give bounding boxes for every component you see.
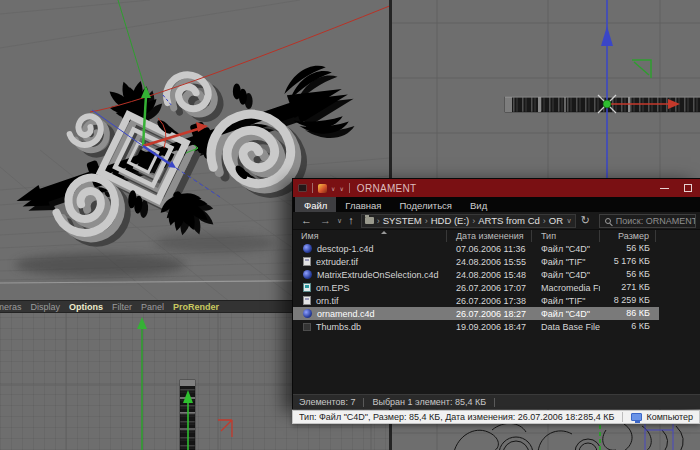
address-bar[interactable]: ›SYSTEM›HDD (E:)›ARTS from Cd›ORNAMENT ∨ bbox=[361, 214, 576, 228]
file-name-cell: orn.EPS bbox=[293, 281, 447, 294]
file-icon-tif bbox=[303, 296, 311, 305]
file-list-empty-area[interactable] bbox=[293, 333, 700, 394]
up-button[interactable]: ↑ bbox=[344, 215, 358, 226]
viewport-menu-item[interactable]: Panel bbox=[141, 302, 164, 312]
breadcrumb-item[interactable]: ARTS from Cd bbox=[478, 215, 540, 226]
maximize-button[interactable] bbox=[676, 179, 700, 197]
file-type-cell: Файл "TIF" bbox=[532, 294, 600, 307]
ribbon-tab[interactable]: Файл bbox=[295, 197, 336, 212]
viewport-menu-item[interactable]: Display bbox=[31, 302, 61, 312]
file-icon-c4d bbox=[303, 270, 312, 279]
viewport-menu-item[interactable]: Cameras bbox=[0, 302, 22, 312]
infotip-size: 85,4 КБ bbox=[583, 412, 622, 422]
file-date-cell: 07.06.2006 11:36 bbox=[447, 242, 532, 255]
back-button[interactable]: ← bbox=[297, 215, 316, 226]
breadcrumb-item[interactable]: ORNAMENT bbox=[549, 215, 563, 226]
minimize-button[interactable] bbox=[652, 179, 676, 197]
window-controls bbox=[652, 179, 700, 197]
titlebar-separator bbox=[349, 183, 350, 193]
ornament-shadow bbox=[155, 233, 275, 253]
file-size-cell: 5 176 КБ bbox=[600, 255, 656, 268]
column-header-extra bbox=[656, 230, 700, 242]
search-placeholder: Поиск: ORNAMENT bbox=[616, 216, 696, 226]
file-row[interactable]: orn.tif26.07.2006 17:38Файл "TIF"8 259 К… bbox=[293, 294, 659, 307]
customize-toolbar-caret-icon[interactable]: ∨ bbox=[339, 185, 343, 192]
file-name: ornamend.c4d bbox=[317, 309, 375, 319]
column-header-size[interactable]: Размер bbox=[600, 230, 656, 242]
window-title: ORNAMENT bbox=[357, 183, 417, 194]
file-row[interactable]: extruder.tif24.08.2006 15:55Файл "TIF"5 … bbox=[293, 255, 659, 268]
minimize-icon bbox=[660, 188, 669, 189]
quick-access-caret-icon[interactable]: ∨ bbox=[331, 185, 335, 192]
file-icon-eps bbox=[303, 283, 311, 292]
breadcrumb-item[interactable]: SYSTEM bbox=[383, 215, 422, 226]
file-date-cell: 19.09.2006 18:47 bbox=[447, 320, 532, 333]
ribbon-tab[interactable]: Вид bbox=[461, 197, 496, 212]
file-name: desctop-1.c4d bbox=[317, 244, 374, 254]
file-icon-db bbox=[303, 323, 311, 331]
infotip-location: Компьютер bbox=[646, 412, 693, 422]
file-size-cell: 56 КБ bbox=[600, 242, 656, 255]
file-name: orn.EPS bbox=[316, 283, 350, 293]
refresh-icon[interactable]: ↻ bbox=[576, 214, 595, 227]
infotip-details: Тип: Файл "C4D", Размер: 85,4 КБ, Дата и… bbox=[299, 412, 583, 422]
column-header-name[interactable]: Имя bbox=[293, 230, 447, 242]
file-size-cell: 56 КБ bbox=[600, 268, 656, 281]
items-count: Элементов: 7 bbox=[299, 397, 355, 407]
forward-button[interactable]: → bbox=[316, 215, 335, 226]
status-divider bbox=[363, 398, 364, 407]
ornament-side-view[interactable] bbox=[180, 380, 195, 450]
status-bar: Элементов: 7 Выбран 1 элемент: 85,4 КБ bbox=[293, 394, 700, 409]
breadcrumb: ›SYSTEM›HDD (E:)›ARTS from Cd›ORNAMENT bbox=[374, 215, 563, 226]
file-type-cell: Файл "C4D" bbox=[532, 307, 600, 320]
status-divider bbox=[494, 398, 495, 407]
explorer-window: ∨ ∨ ORNAMENT ФайлГлавнаяПоделитьсяВид ← … bbox=[292, 178, 700, 409]
search-icon bbox=[605, 218, 611, 224]
sort-ascending-icon bbox=[381, 231, 387, 234]
file-size-cell: 6 КБ bbox=[600, 320, 656, 333]
file-date-cell: 24.08.2006 15:48 bbox=[447, 268, 532, 281]
file-date-cell: 26.07.2006 18:27 bbox=[447, 307, 532, 320]
file-list: desctop-1.c4d07.06.2006 11:36Файл "C4D"5… bbox=[293, 242, 700, 333]
selection-summary: Выбран 1 элемент: 85,4 КБ bbox=[372, 397, 486, 407]
column-header-type[interactable]: Тип bbox=[532, 230, 600, 242]
y-axis-arrow bbox=[137, 317, 147, 450]
file-date-cell: 26.07.2006 17:07 bbox=[447, 281, 532, 294]
quick-access-icon[interactable] bbox=[318, 184, 327, 193]
file-row[interactable]: orn.EPS26.07.2006 17:07Macromedia FreeHa… bbox=[293, 281, 659, 294]
file-icon-tif bbox=[303, 257, 311, 266]
file-name-cell: orn.tif bbox=[293, 294, 447, 307]
ribbon-tab[interactable]: Главная bbox=[336, 197, 390, 212]
file-icon-c4d bbox=[303, 309, 312, 318]
file-name: orn.tif bbox=[316, 296, 339, 306]
address-dropdown-icon[interactable]: ∨ bbox=[563, 217, 572, 225]
file-size-cell: 86 КБ bbox=[600, 307, 656, 320]
file-row[interactable]: desctop-1.c4d07.06.2006 11:36Файл "C4D"5… bbox=[293, 242, 659, 255]
navigation-bar: ← → ∨ ↑ ›SYSTEM›HDD (E:)›ARTS from Cd›OR… bbox=[293, 212, 700, 230]
file-name: Thumbs.db bbox=[316, 322, 361, 332]
file-name-cell: ornamend.c4d bbox=[293, 307, 447, 320]
viewport-menu-item[interactable]: Filter bbox=[112, 302, 132, 312]
folder-icon bbox=[365, 217, 374, 224]
ribbon-tab[interactable]: Поделиться bbox=[391, 197, 461, 212]
viewport-menu-item[interactable]: ProRender bbox=[173, 302, 219, 312]
explorer-titlebar[interactable]: ∨ ∨ ORNAMENT bbox=[293, 179, 700, 197]
viewport-menu-item[interactable]: Options bbox=[69, 302, 103, 312]
file-row[interactable]: MatrixExtrudeOnSelection.c4d24.08.2006 1… bbox=[293, 268, 659, 281]
file-size-cell: 271 КБ bbox=[600, 281, 656, 294]
column-header-date[interactable]: Дата изменения bbox=[447, 230, 532, 242]
window-app-icon bbox=[298, 184, 307, 192]
file-row[interactable]: Thumbs.db19.09.2006 18:47Data Base File6… bbox=[293, 320, 659, 333]
file-type-cell: Data Base File bbox=[532, 320, 600, 333]
maximize-icon bbox=[684, 184, 692, 192]
file-type-cell: Файл "TIF" bbox=[532, 255, 600, 268]
file-type-cell: Файл "C4D" bbox=[532, 242, 600, 255]
search-input[interactable]: Поиск: ORNAMENT bbox=[599, 214, 696, 228]
file-type-cell: Macromedia FreeHan... bbox=[532, 281, 600, 294]
recent-locations-button[interactable]: ∨ bbox=[335, 217, 344, 224]
breadcrumb-item[interactable]: HDD (E:) bbox=[431, 215, 470, 226]
file-row[interactable]: ornamend.c4d26.07.2006 18:27Файл "C4D"86… bbox=[293, 307, 659, 320]
selection-corner-red bbox=[218, 420, 232, 437]
computer-icon bbox=[631, 413, 642, 421]
file-size-cell: 8 259 КБ bbox=[600, 294, 656, 307]
